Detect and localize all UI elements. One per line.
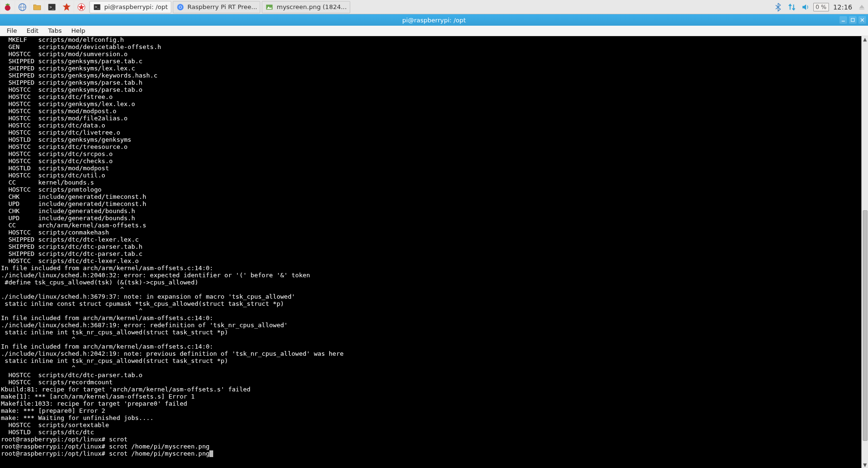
menu-edit[interactable]: Edit bbox=[22, 26, 43, 35]
scroll-down-icon[interactable]: ▼ bbox=[863, 462, 867, 468]
volume-icon[interactable] bbox=[799, 1, 812, 13]
mathematica-icon[interactable] bbox=[60, 1, 73, 13]
task-terminal-label: pi@raspberrypi: /opt bbox=[104, 3, 168, 10]
minimize-button[interactable] bbox=[839, 16, 847, 24]
terminal-wrapper: MKELF scripts/mod/elfconfig.h GEN script… bbox=[0, 36, 868, 468]
svg-point-16 bbox=[179, 6, 181, 8]
task-browser[interactable]: Raspberry Pi RT Pree... bbox=[173, 1, 261, 13]
close-button[interactable] bbox=[858, 16, 866, 24]
menu-icon[interactable] bbox=[1, 1, 14, 13]
chromium-task-icon bbox=[176, 3, 185, 11]
task-terminal[interactable]: >_ pi@raspberrypi: /opt bbox=[89, 1, 171, 13]
svg-text:>_: >_ bbox=[95, 5, 100, 9]
task-browser-label: Raspberry Pi RT Pree... bbox=[187, 3, 257, 10]
svg-point-0 bbox=[5, 5, 10, 10]
svg-marker-9 bbox=[63, 3, 71, 10]
svg-marker-19 bbox=[859, 5, 865, 8]
scroll-thumb[interactable] bbox=[863, 210, 868, 441]
wolfram-icon[interactable] bbox=[75, 1, 88, 13]
terminal-icon[interactable]: >_ bbox=[45, 1, 59, 13]
scroll-up-icon[interactable]: ▲ bbox=[863, 36, 867, 42]
task-image-viewer[interactable]: myscreen.png (1824... bbox=[262, 1, 350, 13]
files-icon[interactable] bbox=[30, 1, 44, 13]
svg-rect-22 bbox=[851, 19, 855, 22]
scrollbar[interactable]: ▲ ▼ bbox=[861, 36, 868, 468]
taskbar: >_ >_ pi@raspberrypi: /opt Raspberry Pi … bbox=[0, 0, 868, 14]
task-image-label: myscreen.png (1824... bbox=[276, 3, 346, 10]
menu-tabs[interactable]: Tabs bbox=[43, 26, 67, 35]
menu-help[interactable]: Help bbox=[67, 26, 90, 35]
terminal-task-icon: >_ bbox=[93, 3, 101, 11]
svg-point-1 bbox=[7, 3, 9, 5]
eject-icon[interactable] bbox=[857, 2, 867, 12]
terminal-output[interactable]: MKELF scripts/mod/elfconfig.h GEN script… bbox=[0, 36, 861, 468]
clock[interactable]: 12:16 bbox=[830, 3, 855, 11]
bluetooth-icon[interactable] bbox=[772, 1, 784, 13]
web-icon[interactable] bbox=[16, 1, 29, 13]
image-task-icon bbox=[265, 3, 274, 11]
window-title: pi@raspberrypi: /opt bbox=[402, 17, 466, 24]
terminal-cursor bbox=[209, 450, 213, 457]
svg-rect-20 bbox=[859, 9, 865, 9]
network-updown-icon[interactable] bbox=[786, 1, 798, 13]
maximize-button[interactable] bbox=[849, 16, 857, 24]
menu-file[interactable]: File bbox=[2, 26, 22, 35]
cpu-usage-badge[interactable]: 0 % bbox=[813, 3, 829, 11]
menubar: File Edit Tabs Help bbox=[0, 26, 868, 36]
window-titlebar[interactable]: pi@raspberrypi: /opt bbox=[0, 14, 868, 26]
scroll-track[interactable] bbox=[862, 42, 868, 462]
svg-text:>_: >_ bbox=[49, 4, 55, 9]
